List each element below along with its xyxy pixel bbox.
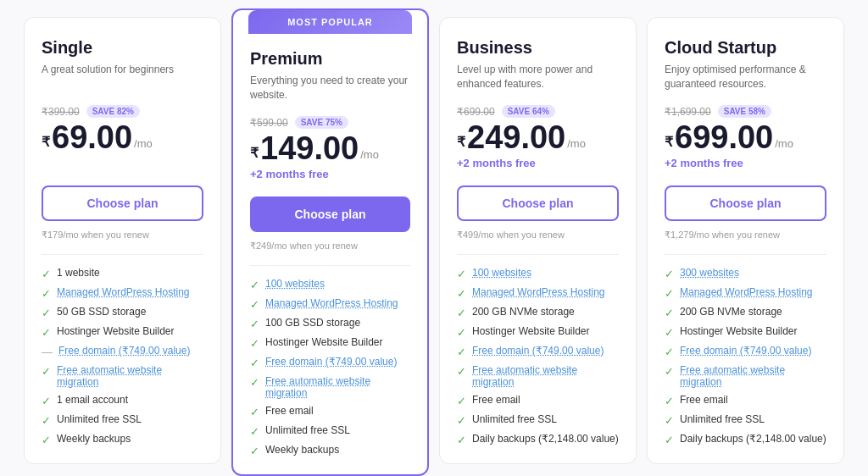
price-row-premium: ₹ 149.00 /mo bbox=[250, 132, 410, 164]
check-icon: ✓ bbox=[42, 434, 51, 446]
price-period-premium: /mo bbox=[360, 148, 379, 161]
currency-single: ₹ bbox=[42, 134, 50, 150]
features-divider-business bbox=[457, 254, 619, 255]
currency-business: ₹ bbox=[457, 134, 465, 150]
check-icon: ✓ bbox=[250, 298, 259, 311]
feature-text: Free automatic website migration bbox=[680, 364, 826, 388]
feature-list-business: ✓100 websites✓Managed WordPress Hosting✓… bbox=[457, 267, 619, 446]
features-divider-single bbox=[42, 254, 203, 255]
check-icon: ✓ bbox=[250, 406, 259, 418]
feature-text: Managed WordPress Hosting bbox=[680, 286, 813, 298]
feature-text: Hostinger Website Builder bbox=[57, 325, 175, 337]
check-icon: ✓ bbox=[665, 395, 674, 407]
feature-text: Free email bbox=[265, 405, 314, 417]
feature-item: ✓Free automatic website migration bbox=[42, 364, 203, 388]
original-price-row-single: ₹399.00 SAVE 82% bbox=[42, 105, 203, 118]
check-icon: ✓ bbox=[42, 287, 51, 300]
plan-card-business: BusinessLevel up with more power and enh… bbox=[439, 17, 637, 464]
feature-item: ✓50 GB SSD storage bbox=[42, 306, 203, 319]
renew-price-premium: ₹249/mo when you renew bbox=[250, 241, 410, 252]
choose-plan-btn-cloud-startup[interactable]: Choose plan bbox=[665, 185, 826, 221]
feature-item: ✓1 email account bbox=[42, 394, 203, 407]
feature-text: Free email bbox=[472, 394, 520, 406]
feature-item: ✓Daily backups (₹2,148.00 value) bbox=[665, 433, 826, 446]
check-icon: ✓ bbox=[665, 307, 674, 319]
feature-item: ✓Unlimited free SSL bbox=[250, 424, 410, 438]
feature-text: Weekly backups bbox=[57, 433, 131, 445]
feature-text: Free automatic website migration bbox=[472, 364, 619, 388]
currency-cloud-startup: ₹ bbox=[665, 134, 673, 150]
feature-text: Free automatic website migration bbox=[265, 375, 410, 399]
plan-desc-premium: Everything you need to create your websi… bbox=[250, 74, 410, 104]
feature-text: Free automatic website migration bbox=[57, 364, 203, 388]
pricing-grid: SingleA great solution for beginners ₹39… bbox=[19, 17, 849, 476]
check-icon: ✓ bbox=[457, 395, 466, 407]
choose-plan-btn-premium[interactable]: Choose plan bbox=[250, 196, 410, 232]
feature-item: ✓200 GB NVMe storage bbox=[457, 306, 619, 319]
check-icon: ✓ bbox=[665, 287, 674, 300]
save-badge-premium: SAVE 75% bbox=[295, 116, 348, 129]
original-price-row-premium: ₹599.00 SAVE 75% bbox=[250, 116, 410, 129]
feature-item: ✓Daily backups (₹2,148.00 value) bbox=[457, 433, 619, 446]
check-icon: ✓ bbox=[457, 365, 466, 378]
feature-text: 200 GB NVMe storage bbox=[472, 306, 575, 318]
feature-text: Hostinger Website Builder bbox=[680, 325, 798, 337]
plan-card-single: SingleA great solution for beginners ₹39… bbox=[24, 17, 221, 464]
choose-plan-btn-business[interactable]: Choose plan bbox=[457, 185, 619, 221]
feature-item: ✓Free automatic website migration bbox=[665, 364, 826, 388]
price-amount-single: 69.00 bbox=[52, 121, 132, 153]
features-divider-premium bbox=[250, 265, 410, 266]
original-price-premium: ₹599.00 bbox=[250, 117, 288, 129]
price-row-single: ₹ 69.00 /mo bbox=[42, 121, 203, 153]
feature-text: Hostinger Website Builder bbox=[472, 325, 590, 337]
feature-text: Daily backups (₹2,148.00 value) bbox=[472, 433, 619, 445]
check-icon: ✓ bbox=[42, 268, 51, 280]
feature-text: 200 GB NVMe storage bbox=[680, 306, 782, 318]
check-icon: ✓ bbox=[250, 425, 259, 438]
plan-desc-cloud-startup: Enjoy optimised performance & guaranteed… bbox=[665, 63, 826, 93]
check-icon: ✓ bbox=[665, 346, 674, 358]
feature-text: Managed WordPress Hosting bbox=[472, 286, 605, 298]
popular-badge: MOST POPULAR bbox=[248, 10, 412, 34]
feature-item: —Free domain (₹749.00 value) bbox=[42, 345, 203, 358]
feature-item: ✓100 websites bbox=[457, 267, 619, 280]
price-amount-business: 249.00 bbox=[467, 121, 565, 153]
feature-item: ✓Free automatic website migration bbox=[457, 364, 619, 388]
renew-price-cloud-startup: ₹1,279/mo when you renew bbox=[665, 230, 826, 241]
months-free-business: +2 months free bbox=[457, 157, 619, 174]
check-icon: ✓ bbox=[42, 307, 51, 319]
months-free-single bbox=[42, 157, 203, 174]
feature-item: ✓1 website bbox=[42, 267, 203, 280]
check-icon: ✓ bbox=[457, 268, 466, 280]
features-divider-cloud-startup bbox=[665, 254, 826, 255]
feature-text: Unlimited free SSL bbox=[265, 424, 350, 436]
feature-item: ✓Managed WordPress Hosting bbox=[250, 297, 410, 311]
feature-text: Free domain (₹749.00 value) bbox=[472, 345, 604, 357]
plan-name-premium: Premium bbox=[250, 49, 410, 69]
choose-plan-btn-single[interactable]: Choose plan bbox=[42, 185, 203, 221]
check-icon: ✓ bbox=[250, 318, 259, 330]
feature-item: ✓100 GB SSD storage bbox=[250, 317, 410, 330]
feature-text: 100 GB SSD storage bbox=[265, 317, 360, 329]
feature-text: 1 website bbox=[57, 267, 100, 279]
months-free-premium: +2 months free bbox=[250, 168, 410, 185]
feature-item: ✓Weekly backups bbox=[42, 433, 203, 446]
feature-text: Daily backups (₹2,148.00 value) bbox=[680, 433, 826, 445]
feature-item: ✓200 GB NVMe storage bbox=[665, 306, 826, 319]
feature-item: ✓100 websites bbox=[250, 278, 410, 291]
feature-item: ✓Free domain (₹749.00 value) bbox=[457, 345, 619, 358]
check-icon: ✓ bbox=[457, 287, 466, 300]
feature-text: 50 GB SSD storage bbox=[57, 306, 146, 318]
feature-item: ✓Unlimited free SSL bbox=[42, 413, 203, 427]
plan-card-cloud-startup: Cloud StartupEnjoy optimised performance… bbox=[647, 17, 844, 464]
plan-desc-single: A great solution for beginners bbox=[42, 63, 203, 93]
feature-list-single: ✓1 website✓Managed WordPress Hosting✓50 … bbox=[42, 267, 203, 446]
feature-item: ✓Free email bbox=[665, 394, 826, 407]
feature-item: ✓Weekly backups bbox=[250, 444, 410, 457]
check-icon: ✓ bbox=[457, 326, 466, 339]
feature-item: ✓Free email bbox=[250, 405, 410, 418]
feature-text: Unlimited free SSL bbox=[680, 413, 765, 425]
save-badge-single: SAVE 82% bbox=[86, 105, 140, 118]
feature-text: Weekly backups bbox=[265, 444, 339, 456]
price-amount-cloud-startup: 699.00 bbox=[675, 121, 773, 153]
